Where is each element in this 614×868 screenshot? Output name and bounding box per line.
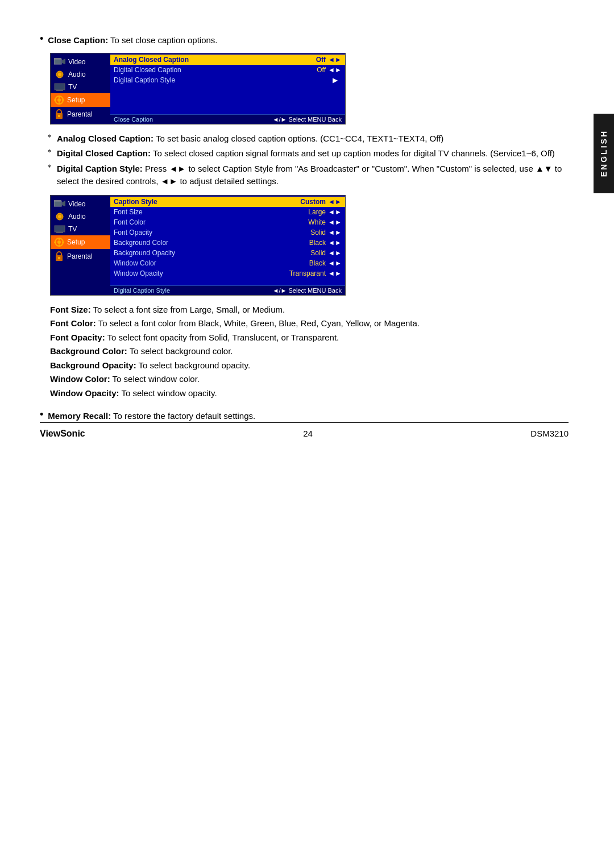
analog-arrow: ◄► — [328, 56, 342, 64]
analog-value: Off — [277, 56, 328, 64]
bg-opacity-bold: Background Opacity: — [50, 360, 136, 370]
svg-rect-6 — [56, 90, 63, 91]
menu2-row-bg-opacity: Background Opacity Solid ◄► — [110, 248, 345, 258]
tv-icon — [54, 83, 65, 91]
window-opacity-bold: Window Opacity: — [50, 388, 119, 398]
sidebar-video-label-2: Video — [68, 200, 85, 208]
svg-rect-21 — [56, 232, 63, 233]
video-icon-2 — [54, 200, 65, 207]
bg-opacity-value: Solid — [277, 249, 328, 257]
menu2-empty — [110, 280, 345, 285]
font-color-bold: Font Color: — [50, 318, 96, 328]
menu1-footer-label: Close Caption — [114, 116, 153, 123]
menu-screenshot-2: Video Audio TV Setup Parental — [50, 195, 346, 296]
digital-style-label: Digital Caption Style: — [57, 164, 143, 173]
digital-arrow: ◄► — [328, 66, 342, 74]
window-color-text: Window Color: To select window color. — [50, 374, 200, 384]
page-footer: ViewSonic 24 DSM3210 — [40, 422, 569, 439]
menu1-rows: Analog Closed Caption Off ◄► Digital Clo… — [110, 53, 345, 86]
digital-style-asterisk-item: ＊ Digital Caption Style: Press ◄► to sel… — [40, 163, 569, 188]
bg-opacity-label: Background Opacity — [114, 249, 277, 257]
caption-style-label: Caption Style — [114, 198, 277, 206]
svg-rect-9 — [59, 95, 60, 98]
sidebar-video-1[interactable]: Video — [51, 56, 110, 68]
style-label: Digital Caption Style — [114, 76, 277, 84]
menu2-rows: Caption Style Custom ◄► Font Size Large … — [110, 196, 345, 280]
caption-style-value: Custom — [277, 198, 328, 206]
svg-rect-25 — [59, 244, 60, 247]
menu2-sidebar: Video Audio TV Setup Parental — [51, 196, 110, 295]
footer-page: 24 — [303, 429, 313, 438]
font-opacity-value: Solid — [277, 229, 328, 236]
font-size-line: Font Size: To select a font size from La… — [50, 304, 569, 317]
font-color-text: Font Color: To select a font color from … — [50, 318, 420, 328]
window-opacity-value: Transparant — [277, 269, 328, 277]
svg-rect-14 — [58, 115, 60, 117]
sidebar-audio-1[interactable]: Audio — [51, 68, 110, 81]
sidebar-video-2[interactable]: Video — [51, 198, 110, 210]
sidebar-parental-1[interactable]: Parental — [51, 107, 110, 122]
close-caption-text: Close Caption: To set close caption opti… — [48, 34, 217, 47]
menu2-row-window-color: Window Color Black ◄► — [110, 258, 345, 268]
sidebar-tv-label-2: TV — [68, 225, 77, 233]
footer-model: DSM3210 — [530, 429, 569, 438]
setup-icon — [54, 95, 64, 105]
svg-rect-11 — [54, 99, 56, 101]
sidebar-audio-label-2: Audio — [68, 213, 86, 221]
sidebar-parental-label-2: Parental — [67, 252, 93, 260]
page-container: ENGLISH • Close Caption: To set close ca… — [0, 0, 614, 467]
close-caption-label: Close Caption: — [48, 35, 108, 45]
bg-opacity-desc: To select background opacity. — [139, 360, 251, 370]
asterisk-2: ＊ — [45, 147, 53, 157]
tv-icon-2 — [54, 225, 65, 233]
analog-caption-label: Analog Closed Caption: — [57, 134, 154, 143]
memory-recall-section: • Memory Recall: To restore the factory … — [40, 410, 569, 423]
sidebar-audio-label-1: Audio — [68, 70, 86, 78]
window-opacity-arrow: ◄► — [328, 269, 342, 277]
window-color-line: Window Color: To select window color. — [50, 373, 569, 386]
font-opacity-desc: To select font opacity from Solid, Trans… — [107, 333, 339, 342]
english-label: ENGLISH — [599, 130, 608, 177]
svg-point-19 — [58, 215, 61, 218]
bg-color-text: Background Color: To select background c… — [50, 346, 233, 356]
svg-rect-29 — [58, 257, 60, 259]
menu2-row-caption-style: Caption Style Custom ◄► — [110, 197, 345, 207]
sidebar-audio-2[interactable]: Audio — [51, 210, 110, 223]
window-color-arrow: ◄► — [328, 259, 342, 267]
sidebar-tv-2[interactable]: TV — [51, 223, 110, 235]
sidebar-video-label-1: Video — [68, 58, 85, 66]
bg-color-label: Background Color — [114, 239, 277, 247]
bg-opacity-arrow: ◄► — [328, 249, 342, 257]
digital-cc-text: Digital Closed Caption: To select closed… — [57, 147, 555, 160]
font-size-bold: Font Size: — [50, 305, 91, 314]
font-size-arrow: ◄► — [328, 208, 342, 216]
setup-icon-2 — [54, 238, 64, 247]
asterisk-3: ＊ — [45, 163, 53, 173]
analog-text: Analog Closed Caption: To set basic anal… — [57, 132, 443, 146]
sidebar-parental-2[interactable]: Parental — [51, 249, 110, 264]
style-arrow: ▶ — [328, 76, 342, 84]
english-tab: ENGLISH — [594, 114, 614, 193]
svg-rect-10 — [59, 102, 60, 105]
menu2-row-font-opacity: Font Opacity Solid ◄► — [110, 227, 345, 238]
sidebar-tv-1[interactable]: TV — [51, 81, 110, 93]
svg-rect-16 — [54, 200, 61, 201]
memory-recall-bullet-line: • Memory Recall: To restore the factory … — [40, 410, 569, 423]
menu2-footer: Digital Caption Style ◄/► Select MENU Ba… — [110, 285, 345, 295]
font-opacity-arrow: ◄► — [328, 229, 342, 236]
parental-icon-2 — [54, 251, 64, 261]
font-opacity-line: Font Opacity: To select font opacity fro… — [50, 331, 569, 344]
menu1-row-digital: Digital Closed Caption Off ◄► — [110, 65, 345, 75]
font-size-text: Font Size: To select a font size from La… — [50, 305, 285, 314]
sidebar-tv-label-1: TV — [68, 83, 77, 91]
font-opacity-text: Font Opacity: To select font opacity fro… — [50, 333, 339, 342]
asterisk-1: ＊ — [45, 132, 53, 143]
window-opacity-desc: To select window opacity. — [121, 388, 217, 398]
bg-color-desc: To select background color. — [130, 346, 233, 356]
svg-rect-27 — [62, 242, 64, 243]
window-opacity-line: Window Opacity: To select window opacity… — [50, 387, 569, 400]
svg-rect-12 — [62, 99, 64, 101]
sidebar-setup-1[interactable]: Setup — [51, 93, 110, 107]
menu-screenshot-1: Video Audio TV Setup Parental — [50, 53, 346, 124]
sidebar-setup-2[interactable]: Setup — [51, 235, 110, 249]
